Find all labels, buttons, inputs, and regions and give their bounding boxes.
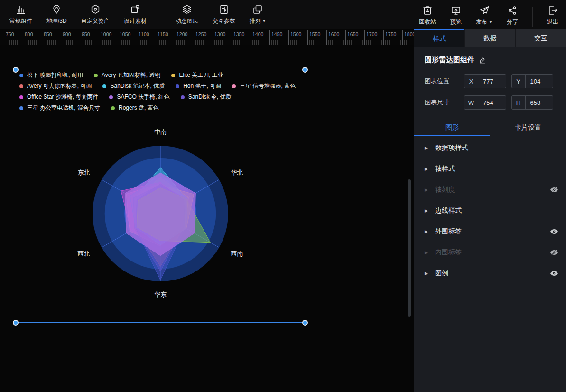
legend-item[interactable]: Elite 美工刀, 工业: [171, 71, 223, 79]
toolbar-item-design-asset[interactable]: 设计素材: [124, 3, 147, 25]
legend-item[interactable]: 三星 信号增强器, 蓝色: [232, 82, 296, 90]
toolbar-item-share[interactable]: 分享: [507, 4, 518, 26]
panel-subtab-2[interactable]: 卡片设置: [490, 120, 566, 136]
section-边线样式[interactable]: ▶边线样式: [414, 200, 566, 221]
arrange-icon: [252, 4, 263, 15]
section-轴刻度[interactable]: ▶轴刻度: [414, 179, 566, 200]
section-内围标签[interactable]: ▶内围标签: [414, 242, 566, 263]
ruler-label: 1100: [139, 31, 149, 37]
hexagon-icon: [90, 4, 101, 15]
legend-item[interactable]: 三星 办公室电话机, 混合尺寸: [19, 104, 100, 112]
legend-dot-icon: [19, 84, 23, 88]
panel-tab-bar: 样式数据交互: [414, 29, 566, 47]
panel-subtab-1[interactable]: 图形: [414, 120, 490, 136]
ruler-label: 1250: [195, 31, 206, 37]
legend-item[interactable]: Avery 孔加固材料, 透明: [94, 71, 160, 79]
ruler-major-tick: [345, 30, 346, 45]
legend-item[interactable]: SanDisk 笔记本, 优质: [102, 82, 165, 90]
expander-triangle-icon[interactable]: ▶: [425, 208, 429, 213]
svg-text:华北: 华北: [231, 169, 243, 176]
chart-h-field[interactable]: H 658: [511, 95, 554, 110]
legend-label: SanDisk 令, 优质: [188, 93, 232, 101]
legend-item[interactable]: Hon 凳子, 可调: [176, 82, 221, 90]
expander-triangle-icon[interactable]: ▶: [425, 271, 429, 276]
ruler-major-tick: [326, 30, 327, 45]
y-value[interactable]: 104: [526, 78, 541, 85]
legend-item[interactable]: Avery 可去除的标签, 可调: [19, 82, 92, 90]
ruler-major-tick: [364, 30, 365, 45]
legend-item[interactable]: Office Star 沙滩椅, 每套两件: [19, 93, 98, 101]
ruler-major-tick: [232, 30, 232, 45]
ruler-major-tick: [137, 30, 137, 45]
ruler-label: 1750: [385, 31, 396, 37]
section-数据项样式[interactable]: ▶数据项样式: [414, 138, 566, 159]
svg-text:西南: 西南: [231, 250, 243, 257]
chart-w-field[interactable]: W 754: [464, 95, 506, 110]
toolbar-item-label: 地理/3D: [46, 17, 67, 25]
toolbar-item-layers[interactable]: 动态图层: [176, 3, 198, 25]
w-value[interactable]: 754: [478, 99, 493, 106]
legend-dot-icon: [109, 95, 113, 99]
ruler-major-tick: [42, 30, 42, 45]
section-轴样式[interactable]: ▶轴样式: [414, 159, 566, 179]
toolbar-item-label: 交互参数: [213, 17, 235, 25]
section-外围标签[interactable]: ▶外围标签: [414, 221, 566, 242]
chart-x-field[interactable]: X 777: [464, 74, 506, 88]
h-key: H: [512, 96, 526, 109]
expander-triangle-icon[interactable]: ▶: [425, 229, 429, 234]
ruler-label: 1500: [290, 31, 301, 37]
expander-triangle-icon[interactable]: ▶: [425, 187, 429, 192]
toolbar-item-sliders[interactable]: 交互参数: [213, 3, 235, 25]
y-key: Y: [512, 75, 526, 88]
resize-handle-top-left[interactable]: [13, 67, 19, 73]
radar-chart[interactable]: 中南华北西南华东西北东北: [65, 119, 255, 308]
toolbar-item-arrange[interactable]: 排列▼: [250, 3, 266, 25]
legend-dot-icon: [19, 106, 23, 110]
chart-size-label: 图表尺寸: [425, 98, 464, 107]
toolbar-item-preview[interactable]: 预览: [450, 4, 462, 26]
legend-label: SAFCO 扶手椅, 红色: [117, 93, 169, 101]
toolbar-item-bar-chart[interactable]: 常规组件: [9, 3, 32, 25]
expander-triangle-icon[interactable]: ▶: [425, 167, 429, 171]
horizontal-ruler: 7508008509009501000105011001150120012501…: [0, 30, 414, 45]
toolbar-separator: [161, 7, 161, 27]
eye-hidden-icon[interactable]: [550, 187, 558, 193]
legend-item[interactable]: SAFCO 扶手椅, 红色: [109, 93, 169, 101]
eye-visible-icon[interactable]: [550, 270, 558, 277]
eye-visible-icon[interactable]: [550, 228, 558, 235]
section-图例[interactable]: ▶图例: [414, 263, 566, 284]
legend-dot-icon: [19, 74, 23, 77]
toolbar-item-trash[interactable]: 回收站: [419, 4, 436, 26]
chart-y-field[interactable]: Y 104: [511, 74, 554, 88]
toolbar-item-label: 发布▼: [476, 18, 492, 26]
eye-hidden-icon[interactable]: [550, 249, 558, 256]
x-value[interactable]: 777: [478, 78, 493, 85]
legend-dot-icon: [176, 84, 179, 88]
canvas-vertical-scrollbar[interactable]: [408, 179, 411, 317]
toolbar-item-exit[interactable]: 退出: [547, 4, 558, 26]
legend-item[interactable]: 松下 喷墨打印机, 耐用: [19, 71, 83, 79]
legend-dot-icon: [94, 74, 98, 77]
panel-tab-1[interactable]: 样式: [414, 29, 464, 47]
ruler-major-tick: [213, 30, 213, 45]
resize-handle-bottom-left[interactable]: [13, 320, 19, 326]
h-value[interactable]: 658: [526, 99, 541, 106]
toolbar-item-label: 回收站: [419, 18, 436, 26]
expander-triangle-icon[interactable]: ▶: [425, 146, 429, 150]
legend-dot-icon: [232, 84, 236, 88]
toolbar-item-publish[interactable]: 发布▼: [476, 4, 492, 26]
toolbar-item-hexagon[interactable]: 自定义资产: [81, 3, 110, 25]
ruler-label: 1200: [176, 31, 187, 37]
ruler-major-tick: [194, 30, 194, 45]
ruler-label: 1450: [271, 31, 282, 37]
resize-handle-bottom-right[interactable]: [302, 320, 308, 326]
toolbar-item-map-pin[interactable]: 地理/3D: [46, 3, 67, 25]
edit-pencil-icon[interactable]: [479, 56, 486, 64]
section-label: 数据项样式: [435, 144, 558, 152]
legend-item[interactable]: SanDisk 令, 优质: [181, 93, 232, 101]
expander-triangle-icon[interactable]: ▶: [425, 250, 429, 255]
legend-item[interactable]: Rogers 盘, 蓝色: [111, 104, 159, 112]
design-canvas[interactable]: 松下 喷墨打印机, 耐用Avery 孔加固材料, 透明Elite 美工刀, 工业…: [0, 46, 414, 392]
panel-tab-2[interactable]: 数据: [464, 29, 515, 47]
panel-tab-3[interactable]: 交互: [515, 29, 566, 47]
